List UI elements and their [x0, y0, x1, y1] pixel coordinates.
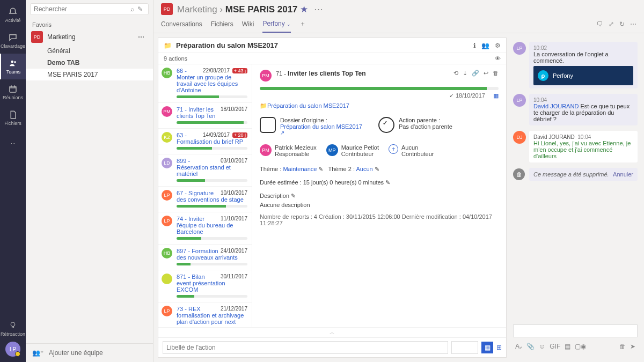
team-more-icon[interactable]: ⋯ — [138, 33, 148, 41]
team-badge: PD — [31, 31, 43, 43]
chat-input[interactable] — [513, 324, 638, 337]
msg-avatar: LP — [513, 42, 526, 55]
rail-teams[interactable]: Teams — [0, 54, 26, 79]
perfony-card[interactable]: ρ Perfony — [533, 66, 633, 85]
add-tab-icon[interactable]: ＋ — [299, 15, 306, 33]
trash-icon: 🗑 — [513, 168, 525, 180]
header-badge: PD — [161, 3, 173, 15]
sync-icon[interactable]: ⟲ — [453, 70, 458, 77]
msg-avatar: LP — [513, 94, 526, 107]
gif-icon[interactable]: GIF — [550, 343, 560, 350]
action-item[interactable]: HB 22/08/2017 + 43 j 66 - Monter un grou… — [158, 64, 252, 103]
tab-perfony[interactable]: Perfony ⌄ — [262, 16, 291, 33]
favorites-label: Favoris — [32, 21, 147, 28]
detail-title: Inviter les clients Top Ten — [288, 70, 366, 77]
channel-demo-tab[interactable]: Demo TAB — [26, 57, 153, 69]
collapse-icon[interactable]: ︿ — [158, 327, 506, 337]
team-name: Marketing — [47, 33, 138, 41]
send-icon[interactable]: ➤ — [630, 343, 635, 350]
chat-message: 10:04 David JOURAND Est-ce que tu peux t… — [529, 94, 638, 125]
teams-sidebar: ⌕ ✎ Favoris PD Marketing ⋯ Général Demo … — [26, 0, 153, 362]
channel-more-icon[interactable]: ⋯ — [314, 4, 323, 14]
qr-icon[interactable]: ▦ — [493, 92, 499, 99]
link-icon[interactable]: 🔗 — [472, 70, 479, 77]
undo-link[interactable]: Annuler — [613, 171, 633, 178]
actions-count: 9 actions — [164, 55, 187, 62]
tab-expand-icon[interactable]: ⤢ — [609, 20, 614, 28]
info-icon[interactable]: ℹ — [473, 42, 476, 49]
tab-conversations[interactable]: Conversations — [161, 16, 202, 32]
rail-feedback[interactable]: Rétroaction — [0, 316, 26, 342]
channel-mse-paris[interactable]: MSE PARIS 2017 — [26, 69, 153, 80]
channel-tabs: Conversations Fichiers Wiki Perfony ⌄ ＋ … — [153, 15, 644, 33]
tab-chat-icon[interactable]: 🗨 — [597, 20, 603, 28]
tab-more-icon[interactable]: ⋯ — [630, 20, 636, 28]
reply-icon[interactable]: ↩ — [484, 70, 488, 77]
external-link-icon[interactable]: ↗ — [280, 130, 362, 136]
folder-title: Préparation du salon MSE2017 — [176, 41, 278, 49]
attach-icon[interactable]: 📎 — [526, 343, 535, 350]
calendar-icon[interactable]: ▦ — [481, 342, 493, 353]
channel-general[interactable]: Général — [26, 45, 153, 57]
action-item[interactable]: KZ 14/09/2017 + 20 j 63 - Formalisation … — [158, 129, 252, 154]
team-row[interactable]: PD Marketing ⋯ — [26, 29, 153, 45]
delete-icon[interactable]: 🗑 — [493, 70, 499, 77]
rail-chat[interactable]: Clavardage — [0, 28, 26, 54]
action-item[interactable]: LP 11/10/2017 74 - Inviter l'équipe du b… — [158, 212, 252, 245]
msg-avatar: DJ — [513, 131, 526, 144]
folder-icon: 📁 — [164, 42, 172, 49]
rail-activity[interactable]: Activité — [0, 2, 26, 28]
people-icon[interactable]: 👥 — [481, 42, 489, 49]
eye-icon[interactable]: 👁 — [495, 55, 501, 62]
settings-icon[interactable]: ⚙ — [495, 42, 501, 49]
format-icon[interactable]: Aᵥ — [515, 343, 522, 350]
add-team-label[interactable]: Ajouter une équipe — [49, 349, 103, 357]
action-detail: PM 71 - Inviter les clients Top Ten ⟲ ⤓ … — [252, 64, 506, 327]
download-icon[interactable]: ⤓ — [463, 70, 467, 77]
parent-action-icon — [378, 117, 394, 133]
folder-origin-link[interactable]: Préparation du salon MSE2017 — [280, 123, 362, 130]
chevron-down-icon: ⌄ — [287, 21, 291, 27]
chat-message: 10:02 La conversation de l'onglet a comm… — [529, 42, 638, 88]
date-box[interactable] — [451, 341, 478, 354]
svg-point-3 — [11, 322, 15, 327]
meet-icon[interactable]: ▢◉ — [575, 343, 586, 350]
channel-header: PD Marketing › MSE PARIS 2017 ★ ⋯ — [153, 0, 644, 15]
perfony-app: 📁 Préparation du salon MSE2017 ℹ 👥 ⚙ 9 a… — [158, 38, 507, 358]
action-item[interactable]: LD 03/10/2017 899 - Réservation stand et… — [158, 154, 252, 187]
action-item[interactable]: HB 24/10/2017 897 - Formation des nouvea… — [158, 245, 252, 270]
breadcrumb-parent[interactable]: Marketing — [177, 4, 217, 14]
rail-more[interactable]: ⋯ — [0, 131, 26, 157]
search-input[interactable] — [34, 5, 130, 13]
action-item[interactable]: LP 21/12/2017 73 - REX formalisation et … — [158, 302, 252, 327]
detail-breadcrumb[interactable]: 📁Préparation du salon MSE2017 — [260, 102, 499, 109]
detail-progress — [260, 87, 499, 90]
user-avatar[interactable]: LP — [5, 342, 20, 357]
action-item[interactable]: 30/11/2017 871 - Bilan event présentatio… — [158, 270, 252, 302]
favorite-star-icon[interactable]: ★ — [300, 4, 308, 14]
add-team-icon[interactable]: 👥⁺ — [32, 349, 43, 357]
search-box[interactable]: ⌕ ✎ — [30, 3, 149, 15]
search-icon: ⌕ — [130, 5, 134, 13]
action-item[interactable]: PM 18/10/2017 71 - Inviter les clients T… — [158, 103, 252, 129]
action-item[interactable]: LP 10/10/2017 67 - Signature des convent… — [158, 187, 252, 212]
compose-icon[interactable]: ✎ — [137, 5, 145, 13]
grid-icon[interactable]: ⊞ — [496, 344, 502, 351]
detail-avatar: PM — [260, 70, 272, 82]
tab-refresh-icon[interactable]: ↻ — [619, 20, 625, 28]
rail-files[interactable]: Fichiers — [0, 105, 26, 131]
add-contributor-button[interactable]: + — [389, 144, 398, 154]
tab-wiki[interactable]: Wiki — [242, 16, 254, 32]
rail-meetings[interactable]: Réunions — [0, 79, 26, 105]
emoji-icon[interactable]: ☺ — [539, 343, 545, 350]
sticker-icon[interactable]: ▤ — [565, 343, 570, 350]
contrib-avatar: MP — [326, 144, 338, 156]
detail-due-date: 18/10/2017 — [456, 92, 485, 99]
app-rail: Activité Clavardage Teams Réunions Fichi… — [0, 0, 26, 362]
svg-point-0 — [11, 61, 14, 63]
tab-files[interactable]: Fichiers — [211, 16, 233, 32]
action-title-input[interactable] — [163, 341, 448, 354]
trash2-icon[interactable]: 🗑 — [619, 343, 626, 350]
page-title: MSE PARIS 2017 — [225, 4, 298, 14]
svg-point-1 — [14, 61, 16, 63]
